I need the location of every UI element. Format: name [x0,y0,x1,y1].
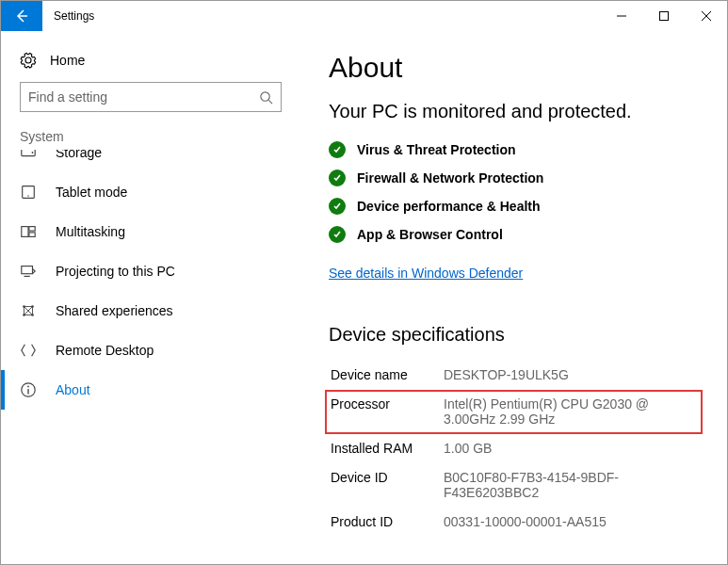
arrow-left-icon [14,8,29,24]
check-icon [329,141,346,158]
window-title: Settings [42,1,105,31]
security-item-label: App & Browser Control [357,227,503,242]
nav-label: Tablet mode [56,185,127,200]
sidebar: Home Find a setting System StorageTablet… [1,31,300,565]
search-icon [259,90,273,105]
nav-icon [20,150,37,161]
spec-key: Installed RAM [331,441,444,456]
defender-link[interactable]: See details in Windows Defender [329,266,523,281]
back-button[interactable] [1,1,42,31]
category-label: System [1,129,300,150]
nav-icon [20,263,37,280]
spec-row: Device IDB0C10F80-F7B3-4154-9BDF-F43E620… [325,463,703,508]
spec-key: Product ID [331,514,444,529]
security-list: Virus & Threat ProtectionFirewall & Netw… [329,136,699,249]
spec-key: Device ID [331,470,444,500]
svg-rect-11 [29,227,35,232]
check-icon [329,170,346,186]
close-button[interactable] [685,1,727,31]
search-placeholder: Find a setting [28,89,259,105]
security-item: Firewall & Network Protection [329,164,699,192]
nav-icon [20,381,37,398]
nav-list: StorageTablet modeMultitaskingProjecting… [1,150,300,410]
specs-table: Device nameDESKTOP-19ULK5GProcessorIntel… [329,361,699,537]
active-indicator [1,370,5,410]
security-item: App & Browser Control [329,220,699,249]
spec-value: Intel(R) Pentium(R) CPU G2030 @ 3.00GHz … [444,396,697,427]
check-icon [329,226,346,243]
security-item: Device performance & Health [329,192,699,220]
security-item-label: Virus & Threat Protection [357,142,516,157]
spec-row: ProcessorIntel(R) Pentium(R) CPU G2030 @… [325,390,703,434]
gear-icon [20,52,37,69]
titlebar: Settings [1,1,727,31]
main-panel: About Your PC is monitored and protected… [300,31,727,565]
home-button[interactable]: Home [1,44,300,82]
svg-point-20 [27,386,29,388]
sidebar-item-about[interactable]: About [1,370,300,410]
minimize-button[interactable] [600,1,642,31]
nav-icon [20,302,37,319]
spec-key: Processor [331,396,444,427]
sidebar-item-remote-desktop[interactable]: Remote Desktop [1,331,300,370]
maximize-button[interactable] [642,1,685,31]
spec-value: DESKTOP-19ULK5G [444,367,697,382]
sidebar-item-multitasking[interactable]: Multitasking [1,212,300,251]
svg-point-9 [27,195,28,196]
sidebar-item-storage[interactable]: Storage [1,150,300,172]
sidebar-item-shared-experiences[interactable]: Shared experiences [1,291,300,331]
check-icon [329,198,346,215]
window-controls [600,1,727,31]
nav-label: Storage [56,150,102,160]
nav-label: Projecting to this PC [56,264,175,279]
svg-rect-1 [659,12,668,21]
svg-point-7 [32,152,34,153]
nav-label: About [56,382,90,397]
nav-icon [20,184,37,201]
svg-line-5 [268,100,272,104]
security-item-label: Device performance & Health [357,199,541,214]
nav-icon [20,342,37,359]
sidebar-item-projecting-to-this-pc[interactable]: Projecting to this PC [1,251,300,291]
spec-row: Installed RAM1.00 GB [325,434,703,463]
maximize-icon [659,11,669,21]
security-item: Virus & Threat Protection [329,136,699,164]
security-item-label: Firewall & Network Protection [357,170,543,186]
security-subtitle: Your PC is monitored and protected. [329,101,699,122]
spec-value: B0C10F80-F7B3-4154-9BDF-F43E6203BBC2 [444,470,697,500]
spec-key: Device name [331,367,444,382]
specs-heading: Device specifications [329,324,699,346]
page-title: About [329,52,699,84]
nav-icon [20,223,37,240]
spec-row: Device nameDESKTOP-19ULK5G [325,361,703,390]
svg-rect-12 [29,233,35,237]
home-label: Home [50,53,85,68]
svg-rect-10 [22,227,28,237]
spec-value: 00331-10000-00001-AA515 [444,514,697,529]
minimize-icon [617,11,626,21]
sidebar-item-tablet-mode[interactable]: Tablet mode [1,172,300,212]
close-icon [702,11,711,21]
spec-row: Product ID00331-10000-00001-AA515 [325,508,703,537]
nav-label: Remote Desktop [56,343,154,358]
svg-rect-13 [22,266,33,274]
nav-label: Shared experiences [56,303,173,318]
svg-point-4 [261,91,269,100]
search-input[interactable]: Find a setting [20,82,282,112]
spec-value: 1.00 GB [444,441,697,456]
nav-label: Multitasking [56,224,125,239]
